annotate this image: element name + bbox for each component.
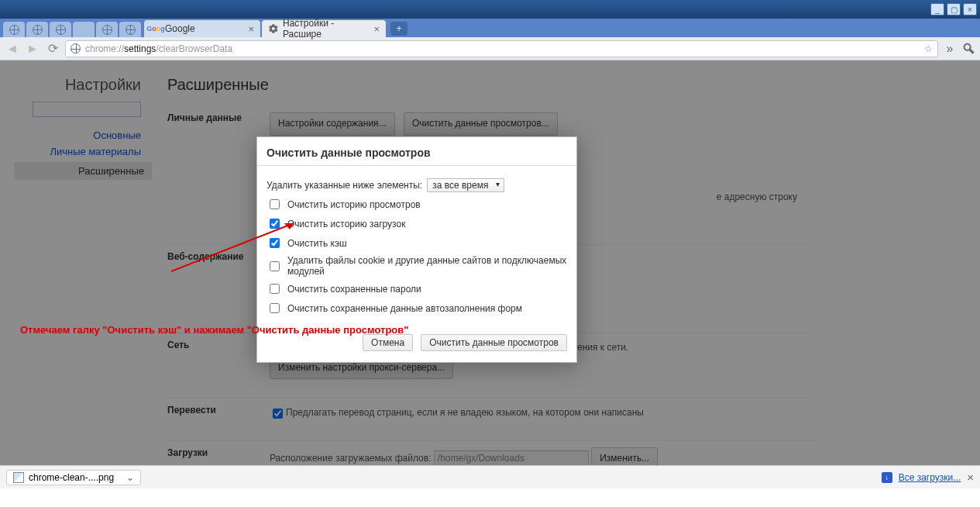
translate-checkbox-row[interactable]: Предлагать перевод страниц, если я не вл… xyxy=(270,407,644,418)
section-label: Сеть xyxy=(167,340,251,379)
url-host: settings xyxy=(124,43,156,54)
chevron-down-icon[interactable]: ⌄ xyxy=(126,472,134,483)
bookmark-star-icon[interactable]: ☆ xyxy=(924,43,933,54)
dialog-checkbox-label: Очистить кэш xyxy=(287,238,347,249)
dialog-checkbox[interactable] xyxy=(270,303,280,313)
downloads-shelf: chrome-clean-....png ⌄ ↓ Все загрузки...… xyxy=(0,465,980,488)
translate-checkbox[interactable] xyxy=(273,409,283,419)
download-path-label: Расположение загружаемых файлов: xyxy=(270,453,431,464)
omnibox[interactable]: chrome:// settings /clearBrowserData ☆ xyxy=(65,40,938,57)
dialog-checkbox-label: Очистить историю загрузок xyxy=(287,219,405,229)
google-favicon: Goog xyxy=(150,23,161,34)
globe-icon xyxy=(70,43,81,53)
background-tab[interactable] xyxy=(26,22,48,37)
dialog-checkbox-row[interactable]: Очистить историю загрузок xyxy=(266,216,567,231)
globe-icon xyxy=(56,25,66,35)
sidebar-item-basics[interactable]: Основные xyxy=(14,129,141,141)
dialog-checkbox-label: Удалить файлы cookie и другие данные сай… xyxy=(287,255,567,277)
settings-sidebar: Настройки Основные Личные материалы Расш… xyxy=(14,60,152,488)
dialog-checkbox[interactable] xyxy=(270,219,280,229)
time-range-select[interactable]: за все время xyxy=(427,178,504,192)
download-path-field[interactable] xyxy=(434,450,589,466)
settings-favicon xyxy=(268,23,279,34)
background-tab[interactable] xyxy=(3,22,25,37)
url-scheme: chrome:// xyxy=(85,43,124,54)
show-all-downloads-link[interactable]: Все загрузки... xyxy=(899,472,961,483)
settings-title: Настройки xyxy=(14,76,141,94)
dialog-checkbox-label: Очистить сохраненные пароли xyxy=(287,284,421,295)
clear-browsing-data-button[interactable]: Очистить данные просмотров... xyxy=(404,112,558,136)
clear-data-confirm-button[interactable]: Очистить данные просмотров xyxy=(421,334,567,351)
dialog-checkbox-row[interactable]: Удалить файлы cookie и другие данные сай… xyxy=(266,255,567,277)
browser-toolbar: ◄ ► ⟳ chrome:// settings /clearBrowserDa… xyxy=(0,37,980,60)
download-filename: chrome-clean-....png xyxy=(29,472,114,483)
window-minimize-button[interactable]: _ xyxy=(930,3,944,16)
new-tab-button[interactable]: + xyxy=(390,22,407,36)
background-tab[interactable] xyxy=(96,22,118,37)
tab-label: Google xyxy=(165,23,195,34)
window-titlebar: _ ▢ × xyxy=(0,0,980,19)
sidebar-item-advanced[interactable]: Расширенные xyxy=(14,162,152,180)
page-title: Расширенные xyxy=(167,76,813,94)
wrench-menu-icon[interactable] xyxy=(961,42,975,56)
dialog-checkbox-label: Очистить сохраненные данные автозаполнен… xyxy=(287,303,522,314)
dialog-checkbox-row[interactable]: Очистить историю просмотров xyxy=(266,197,567,212)
settings-search-input[interactable] xyxy=(33,102,141,117)
forward-button[interactable]: ► xyxy=(25,41,40,57)
back-button[interactable]: ◄ xyxy=(5,41,20,57)
dialog-checkbox-row[interactable]: Очистить кэш xyxy=(266,236,567,250)
overflow-icon[interactable]: » xyxy=(943,42,957,56)
close-shelf-icon[interactable]: × xyxy=(967,471,974,484)
background-tab[interactable] xyxy=(73,22,95,37)
tab-strip: Goog Google × Настройки - Расшире × + xyxy=(0,19,980,37)
tab-close-icon[interactable]: × xyxy=(373,23,380,35)
section-translate: Перевести Предлагать перевод страниц, ес… xyxy=(167,398,813,422)
window-maximize-button[interactable]: ▢ xyxy=(947,3,961,16)
download-arrow-icon: ↓ xyxy=(882,472,892,483)
page-viewport: Настройки Основные Личные материалы Расш… xyxy=(0,60,980,488)
tab-close-icon[interactable]: × xyxy=(248,23,254,35)
cancel-button[interactable]: Отмена xyxy=(363,334,413,351)
section-label: Личные данные xyxy=(167,112,251,205)
dialog-checkbox[interactable] xyxy=(270,238,280,248)
dialog-checkbox[interactable] xyxy=(270,261,280,271)
globe-icon xyxy=(9,25,19,35)
content-settings-button[interactable]: Настройки содержания... xyxy=(270,112,395,136)
reload-button[interactable]: ⟳ xyxy=(45,41,60,57)
delete-range-label: Удалить указанные ниже элементы: xyxy=(266,180,422,191)
dialog-checkbox-row[interactable]: Очистить сохраненные пароли xyxy=(266,281,567,296)
tab-google[interactable]: Goog Google × xyxy=(144,20,260,37)
tab-label: Настройки - Расшире xyxy=(283,18,359,40)
url-path: /clearBrowserData xyxy=(156,43,232,54)
download-chip[interactable]: chrome-clean-....png ⌄ xyxy=(6,470,141,485)
section-label: Перевести xyxy=(167,405,251,422)
dialog-checkbox[interactable] xyxy=(270,284,280,294)
globe-icon xyxy=(33,25,43,35)
section-label: Веб-содержание xyxy=(167,251,251,314)
sidebar-item-personal[interactable]: Личные материалы xyxy=(14,146,141,157)
image-file-icon xyxy=(13,472,24,483)
dialog-title: Очистить данные просмотров xyxy=(257,137,576,166)
background-tab[interactable] xyxy=(50,22,71,37)
globe-icon xyxy=(102,25,112,35)
dialog-checkbox[interactable] xyxy=(270,199,280,209)
annotation-text: Отмечаем галку "Очистить кэш" и нажимаем… xyxy=(20,324,408,336)
dialog-checkbox-label: Очистить историю просмотров xyxy=(287,199,421,210)
background-tab[interactable] xyxy=(119,22,141,37)
globe-icon xyxy=(126,25,136,35)
dialog-checkbox-row[interactable]: Очистить сохраненные данные автозаполнен… xyxy=(266,301,567,316)
background-tab-group xyxy=(3,19,143,37)
tab-settings[interactable]: Настройки - Расшире × xyxy=(262,20,386,37)
window-close-button[interactable]: × xyxy=(963,3,977,16)
